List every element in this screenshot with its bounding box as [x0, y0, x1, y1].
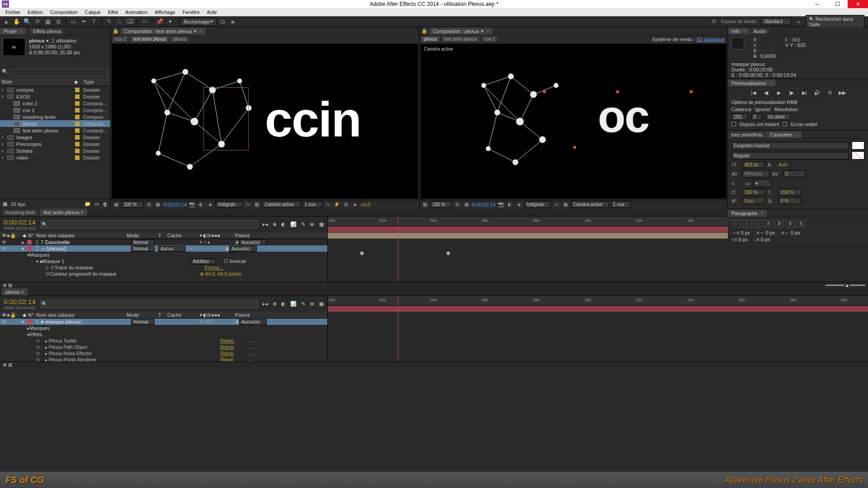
timecode[interactable]: 0:00:02:14 — [472, 202, 495, 207]
tl1-tab-textanim[interactable]: text anim plexus × — [40, 209, 87, 216]
align-center-icon[interactable]: ≡ — [742, 220, 751, 227]
transparency-icon[interactable]: ▦ — [562, 201, 569, 208]
label-color[interactable] — [27, 319, 32, 324]
brush-tool-icon[interactable]: ✎ — [104, 17, 113, 26]
viewer-tab[interactable]: plexus — [170, 36, 189, 42]
font-dropdown[interactable]: Forgotten Futurist — [731, 142, 849, 150]
col-type[interactable]: Type — [83, 79, 108, 85]
property-mask1[interactable]: ▾ ■ Masque 1 Addition ☐ Inversé — [0, 258, 327, 264]
frame-blend-icon[interactable]: ▦ — [319, 221, 324, 227]
tracking-input[interactable]: 0 — [783, 170, 806, 177]
layer-row[interactable]: 👁 ▾ 2 ▭ [plexus] Normal Aucun ✦ / ⊕Aucun… — [0, 245, 327, 252]
zoom-dropdown[interactable]: 100 % — [122, 201, 143, 208]
space-before[interactable]: 0 px — [738, 237, 748, 242]
visibility-icon[interactable]: 👁 — [2, 239, 8, 245]
tree-item[interactable]: ▸PrecomposDossier — [0, 141, 110, 147]
stroke-color-swatch[interactable] — [852, 151, 864, 160]
snap-mask-icon[interactable]: ◈ — [228, 17, 237, 26]
playhead[interactable] — [398, 216, 398, 226]
col-label-icon[interactable]: ◆ — [74, 79, 83, 85]
tree-item[interactable]: cox 2Composi... — [0, 107, 110, 113]
justify-all-icon[interactable]: ≣ — [797, 220, 806, 227]
blend-mode-dropdown[interactable]: Normal — [131, 246, 155, 252]
baseline-input[interactable]: 0 px — [742, 197, 765, 204]
brainstorm-icon[interactable]: ✎ — [301, 221, 305, 227]
feather-value[interactable]: 64,0, 64,0 pixels — [205, 271, 241, 277]
layer-row[interactable]: 👁 ▾ 1 ■ masque plexus Normal ✦ / fx ⊕Auc… — [0, 319, 327, 325]
blend-mode-dropdown[interactable]: Normal — [131, 239, 155, 245]
leading-value[interactable]: Auto — [778, 162, 788, 167]
toggle-switches-icon[interactable]: ⊕ ⊞ — [3, 282, 12, 288]
brainstorm-icon[interactable]: ✎ — [301, 301, 305, 307]
property-masks[interactable]: ▸ Masques — [0, 325, 327, 331]
effect-row[interactable]: fx▸ Plexus ToolkitRéinit...... — [0, 338, 327, 344]
keyframe[interactable] — [446, 251, 450, 256]
audio-icon[interactable]: 🔊 — [813, 89, 821, 96]
snapshot-icon[interactable]: 📷 — [497, 201, 505, 208]
rect-tool-icon[interactable]: ▭ — [69, 17, 78, 26]
tree-item[interactable]: ▸videoDossier — [0, 154, 110, 161]
resolution-dropdown[interactable]: Un demi — [765, 113, 790, 120]
label-color[interactable] — [27, 240, 32, 244]
mask-handle[interactable] — [573, 146, 576, 149]
close-icon[interactable]: × — [21, 289, 24, 295]
loop-icon[interactable]: ⟲ — [826, 89, 834, 96]
parent-dropdown[interactable]: Aucun(e) — [229, 246, 257, 252]
snapping-toggle[interactable]: Accrochage ✕ — [180, 18, 217, 26]
mask-icon[interactable]: ◈ — [515, 201, 523, 208]
visibility-icon[interactable]: 👁 — [2, 246, 8, 251]
snap-edge-icon[interactable]: ⊡ — [218, 17, 227, 26]
track-matte-dropdown[interactable]: Aucun — [158, 246, 185, 252]
tab-info[interactable]: Info× — [728, 28, 750, 35]
close-icon[interactable]: × — [20, 29, 23, 33]
tree-item[interactable]: ▸composDossier — [0, 86, 110, 93]
mask-handle[interactable] — [690, 90, 693, 93]
viewer-tab[interactable]: text anim plexus — [441, 36, 479, 42]
indent-right[interactable]: 0 px — [791, 230, 800, 235]
viewer-tab[interactable]: text anim plexus — [131, 36, 169, 42]
res-icon[interactable]: ⊞ — [145, 201, 152, 208]
resolution-dropdown[interactable]: Intégrale — [216, 201, 242, 208]
align-left-icon[interactable]: ≡ — [731, 220, 741, 227]
mask-handle[interactable] — [616, 90, 619, 93]
viewer1-canvas[interactable]: ccin — [112, 44, 418, 199]
grid-icon[interactable]: ▦ — [463, 201, 470, 208]
alpha-icon[interactable]: ▦ — [113, 201, 120, 208]
view-dropdown[interactable]: 1 vue — [611, 201, 631, 208]
align-right-icon[interactable]: ≡ — [753, 220, 762, 227]
indent-left[interactable]: 0 px — [741, 230, 750, 235]
menu-affichage[interactable]: Affichage — [151, 9, 179, 15]
clone-tool-icon[interactable]: ⎌ — [115, 17, 124, 26]
close-icon[interactable]: × — [200, 29, 202, 33]
fast-preview-icon[interactable]: ⚡ — [333, 201, 340, 208]
close-icon[interactable]: × — [80, 210, 83, 215]
tree-item[interactable]: coke 2Composi... — [0, 100, 110, 107]
project-search-input[interactable] — [10, 69, 108, 76]
bpc-button[interactable]: 32 bpc — [11, 202, 26, 207]
fill-color-swatch[interactable] — [852, 141, 864, 150]
eraser-tool-icon[interactable]: ⌫ — [125, 17, 134, 26]
tl1-tab-morphing[interactable]: morphing texte — [2, 209, 39, 216]
menu-fenêtre[interactable]: Fenêtre — [179, 9, 203, 15]
layer-name[interactable]: [plexus] — [47, 246, 66, 251]
fullscreen-checkbox[interactable] — [783, 122, 787, 127]
mask-handle[interactable] — [543, 90, 546, 93]
last-frame-icon[interactable]: ▶| — [800, 89, 808, 96]
hscale-input[interactable]: 100 % — [778, 189, 801, 196]
from-instant-checkbox[interactable] — [731, 122, 736, 127]
tree-item[interactable]: plexusComposi... — [0, 120, 110, 127]
channel-icon[interactable]: ◐ — [506, 201, 514, 208]
project-tree[interactable]: ▸composDossier▾EXOSDossiercoke 2Composi.… — [0, 86, 110, 199]
interpret-icon[interactable]: ▦ — [3, 201, 7, 207]
shy-icon[interactable]: 👁 — [310, 222, 315, 227]
mask-mode-dropdown[interactable]: Addition — [191, 258, 216, 264]
view-dropdown[interactable]: 1 vue — [302, 201, 322, 208]
menu-animation[interactable]: Animation — [122, 9, 151, 15]
roi-icon[interactable]: ▭ — [553, 201, 560, 208]
comp-flowchart-icon[interactable]: ◈ — [351, 201, 359, 208]
first-frame-icon[interactable]: |◀ — [750, 89, 758, 96]
property-mask-feather[interactable]: ⏱ Contour progressif du masque⊕ 64,0, 64… — [0, 271, 327, 277]
justify-right-icon[interactable]: ≣ — [786, 220, 795, 227]
play-icon[interactable]: ▶ — [775, 89, 783, 96]
font-size-input[interactable]: 403 px — [742, 161, 765, 168]
